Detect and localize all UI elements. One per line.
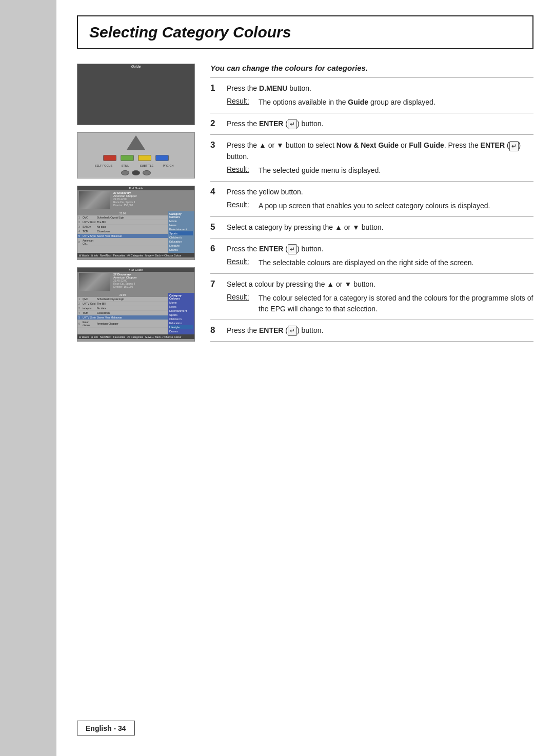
prog-row-4: 4 TCM Closedown	[77, 229, 168, 234]
screen3-fullguide: Full Guide 27 Discovery American Chopper…	[77, 186, 195, 260]
screen4-titlebar: Full Guide	[77, 268, 194, 272]
step-6-body: Press the ENTER (↵) button. Result: The …	[225, 238, 533, 273]
step-3: 3 Press the ▲ or ▼ button to select Now …	[210, 135, 533, 181]
screen4-showinfo: 27 Discovery American Chopper 21:45-22:0…	[77, 272, 194, 293]
step-4-number: 4	[210, 182, 225, 202]
s4-prog-row-6: 6 Enter discov. American Chopper	[77, 320, 168, 328]
btn-yellow	[138, 155, 151, 161]
remote-triangle	[127, 135, 145, 150]
screen3-titlebar: Full Guide	[77, 186, 194, 190]
step-2: 2 Press the ENTER (↵) button.	[210, 113, 533, 135]
footer-box: English - 34	[77, 721, 135, 735]
s4-prog-row-4: 4 TCM Closedown	[77, 311, 168, 315]
step-6-result: Result: The selectable colours are displ…	[227, 257, 533, 268]
result-text-4: A pop up screen that enables you to sele…	[259, 201, 490, 211]
result-text-6: The selectable colours are displayed on …	[259, 257, 473, 268]
btn-red	[103, 155, 116, 161]
step-1-result: Result: The options available in the Gui…	[227, 97, 533, 108]
nav-btns	[121, 170, 151, 175]
step-1-number: 1	[210, 78, 225, 98]
step-7: 7 Select a colour by pressing the ▲ or ▼…	[210, 274, 533, 320]
step-4-text: Press the yellow button.	[227, 187, 533, 197]
step-7-number: 7	[210, 274, 225, 294]
prog-row-5: 5 UKTV Style Seven Year Makeover	[77, 234, 168, 238]
screen4-bottomstatus: ⊟ Watch ⊟ Info Now/Next Favourites ## Ca…	[77, 334, 194, 339]
step-5-number: 5	[210, 217, 225, 237]
step-1-body: Press the D.MENU button. Result: The opt…	[225, 78, 533, 113]
screen3-thumbnail	[79, 191, 110, 209]
category-overlay-3: Category Colours Movie News Entertainmen…	[168, 211, 194, 253]
step-6-number: 6	[210, 238, 225, 259]
result-label-4: Result:	[227, 201, 259, 211]
nav-btn-1	[121, 170, 129, 175]
step-7-result: Result: The colour selected for a catego…	[227, 293, 533, 314]
step-6: 6 Press the ENTER (↵) button. Result: Th…	[210, 238, 533, 274]
result-label-1: Result:	[227, 97, 259, 108]
step-4-result: Result: A pop up screen that enables you…	[227, 201, 533, 211]
screen4-header: 27 Discovery American Chopper 21:45-22:0…	[77, 272, 194, 334]
prog-row-1: 1 QVC Schonbeck Crystal Ligh	[77, 215, 168, 220]
step-2-text: Press the ENTER (↵) button.	[227, 118, 533, 129]
screen1-guide: Guide Now & Next Guide Full Guide Sch	[77, 64, 195, 125]
screen2-remote: SELF FOCUS STILL SUBTITLE PRE-CH	[77, 132, 195, 178]
step-5-body: Select a category by pressing the ▲ or ▼…	[225, 217, 533, 238]
screen4-thumbnail	[79, 273, 110, 291]
nav-btn-3	[143, 170, 151, 175]
s4-prog-row-5: 5 UKTV Style Seven Year Makeover	[77, 315, 168, 320]
footer-text: English - 34	[86, 724, 126, 732]
result-text-7: The colour selected for a category is st…	[259, 293, 533, 314]
btn-blue	[155, 155, 169, 161]
prog-row-3: 3 SAl+1v No data	[77, 225, 168, 229]
prog-row-6: 6 American Ch...	[77, 238, 168, 246]
enter-icon-3: ↵	[509, 141, 519, 151]
step-3-number: 3	[210, 135, 225, 155]
step-5: 5 Select a category by pressing the ▲ or…	[210, 217, 533, 238]
sidebar	[0, 0, 56, 756]
step-3-text: Press the ▲ or ▼ button to select Now & …	[227, 140, 533, 162]
result-label-7: Result:	[227, 293, 259, 314]
step-8-body: Press the ENTER (↵) button.	[225, 320, 533, 341]
step-8: 8 Press the ENTER (↵) button.	[210, 320, 533, 342]
step-8-number: 8	[210, 320, 225, 341]
step-3-body: Press the ▲ or ▼ button to select Now & …	[225, 135, 533, 181]
step-4: 4 Press the yellow button. Result: A pop…	[210, 182, 533, 217]
screen3-header: 27 Discovery American Chopper 21:45-22:0…	[77, 190, 194, 253]
enter-icon-8: ↵	[288, 326, 297, 336]
step-4-body: Press the yellow button. Result: A pop u…	[225, 182, 533, 216]
step-1-text: Press the D.MENU button.	[227, 83, 533, 94]
colour-overlay-4: Category Colours Movie News Entertainmen…	[168, 293, 194, 334]
screen1-titlebar: Guide	[77, 64, 194, 125]
remote-btn-row	[103, 155, 169, 161]
page-title: Selecting Category Colours	[89, 24, 521, 41]
result-label-3: Result:	[227, 165, 259, 176]
step-7-text: Select a colour by pressing the ▲ or ▼ b…	[227, 279, 533, 290]
step-2-body: Press the ENTER (↵) button.	[225, 113, 533, 134]
subtitle: You can change the colours for categorie…	[210, 64, 533, 72]
main-content: Selecting Category Colours Guide Now & N…	[56, 0, 554, 756]
result-text-3: The selected guide menu is displayed.	[259, 165, 381, 176]
s4-prog-row-2: 2 UKTV Gold The Bill	[77, 302, 168, 306]
step-1: 1 Press the D.MENU button. Result: The o…	[210, 78, 533, 113]
content-area: Guide Now & Next Guide Full Guide Sch	[77, 64, 533, 342]
s4-prog-row-1: 1 QVC Schonbeck Crystal Ligh	[77, 297, 168, 302]
step-8-text: Press the ENTER (↵) button.	[227, 325, 533, 336]
step-3-result: Result: The selected guide menu is displ…	[227, 165, 533, 176]
step-5-text: Select a category by pressing the ▲ or ▼…	[227, 222, 533, 233]
step-7-body: Select a colour by pressing the ▲ or ▼ b…	[225, 274, 533, 320]
result-text-1: The options available in the Guide group…	[259, 97, 436, 108]
title-box: Selecting Category Colours	[77, 15, 533, 49]
btn-green	[121, 155, 134, 161]
prog-row-2: 2 UKTV Gold The Bill	[77, 220, 168, 225]
step-6-text: Press the ENTER (↵) button.	[227, 244, 533, 254]
screen3-bottomstatus: ⊟ Watch ⊟ Info Now/Next Favourites ## Ca…	[77, 253, 194, 257]
instructions-column: You can change the colours for categorie…	[210, 64, 533, 342]
enter-icon-2: ↵	[288, 119, 297, 129]
step-2-number: 2	[210, 113, 225, 134]
screen4-fullguide: Full Guide 27 Discovery American Chopper…	[77, 267, 195, 342]
screenshots-column: Guide Now & Next Guide Full Guide Sch	[77, 64, 195, 342]
nav-btn-2	[132, 170, 140, 175]
page-wrapper: Selecting Category Colours Guide Now & N…	[0, 0, 554, 756]
s4-prog-row-3: 3 indep.tv No data	[77, 306, 168, 311]
screen3-showinfo: 27 Discovery American Chopper 21:45-22:0…	[77, 190, 194, 211]
enter-icon-6: ↵	[288, 244, 297, 254]
